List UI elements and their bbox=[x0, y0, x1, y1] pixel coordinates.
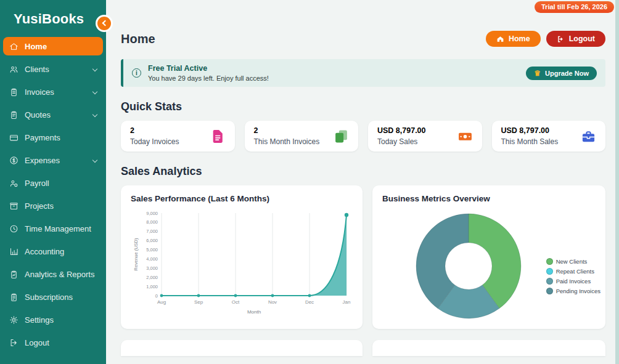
banner-subtitle: You have 29 days left. Enjoy full access… bbox=[148, 75, 269, 82]
banner-title: Free Trial Active bbox=[148, 64, 269, 73]
invoices-icon bbox=[9, 87, 18, 97]
home-button[interactable]: Home bbox=[486, 31, 541, 47]
next-section-cards bbox=[121, 340, 605, 356]
stat-label: Today Invoices bbox=[130, 137, 179, 146]
sidebar-item-expenses[interactable]: Expenses bbox=[3, 151, 103, 169]
invoice-file-icon bbox=[210, 129, 226, 144]
legend-label: Paid Invoices bbox=[556, 278, 591, 285]
area-chart-title: Sales Performance (Last 6 Months) bbox=[131, 194, 353, 203]
legend-item-pending-invoices: Pending Invoices bbox=[546, 288, 601, 294]
stat-card-today-invoices[interactable]: 2 Today Invoices bbox=[121, 121, 235, 152]
svg-text:8,000: 8,000 bbox=[146, 219, 158, 225]
sidebar-item-settings[interactable]: Settings bbox=[3, 310, 103, 329]
logout-button[interactable]: Logout bbox=[546, 31, 605, 47]
svg-text:5,000: 5,000 bbox=[146, 247, 158, 253]
sidebar-nav: Home Clients Invoices Quotes Payments Ex… bbox=[0, 34, 106, 352]
sidebar-item-label: Clients bbox=[25, 65, 49, 74]
stat-card-today-sales[interactable]: USD 8,797.00 Today Sales bbox=[368, 121, 482, 152]
sidebar-item-home[interactable]: Home bbox=[3, 37, 103, 55]
stat-value: 2 bbox=[254, 126, 320, 135]
sales-performance-card: Sales Performance (Last 6 Months) 01,000… bbox=[121, 185, 363, 329]
svg-text:Sep: Sep bbox=[194, 299, 203, 305]
legend-item-repeat-clients: Repeat Clients bbox=[546, 268, 601, 275]
sidebar-item-accounting[interactable]: Accounting bbox=[3, 242, 103, 261]
page-title: Home bbox=[121, 32, 155, 46]
sidebar-item-label: Payments bbox=[25, 133, 60, 142]
stat-label: Today Sales bbox=[377, 137, 426, 146]
logout-icon bbox=[9, 338, 18, 347]
sidebar-item-label: Invoices bbox=[25, 87, 54, 97]
stat-value: USD 8,797.00 bbox=[501, 126, 559, 135]
svg-text:Jan: Jan bbox=[343, 299, 351, 305]
logout-button-label: Logout bbox=[569, 34, 595, 43]
sidebar-item-analytics-reports[interactable]: Analytics & Reports bbox=[3, 265, 103, 283]
settings-icon bbox=[9, 315, 18, 325]
svg-text:4,000: 4,000 bbox=[146, 256, 158, 262]
svg-text:9,000: 9,000 bbox=[146, 211, 158, 216]
subscriptions-icon bbox=[9, 293, 18, 302]
stat-card-month-sales[interactable]: USD 8,797.00 This Month Sales bbox=[492, 121, 606, 152]
vertical-scrollbar[interactable] bbox=[615, 0, 619, 364]
legend-item-paid-invoices: Paid Invoices bbox=[546, 278, 601, 285]
svg-text:2,000: 2,000 bbox=[146, 275, 158, 280]
card-stub bbox=[121, 340, 363, 356]
sidebar-item-payroll[interactable]: Payroll bbox=[3, 174, 103, 192]
sidebar-item-label: Analytics & Reports bbox=[25, 270, 94, 279]
legend-swatch bbox=[546, 278, 553, 285]
free-trial-banner: i Free Trial Active You have 29 days lef… bbox=[121, 59, 605, 87]
accounting-icon bbox=[9, 247, 18, 256]
chevron-down-icon bbox=[92, 112, 97, 117]
clients-icon bbox=[9, 65, 18, 74]
sidebar-item-subscriptions[interactable]: Subscriptions bbox=[3, 288, 103, 306]
chevron-left-icon bbox=[102, 20, 109, 26]
sidebar-item-quotes[interactable]: Quotes bbox=[3, 105, 103, 124]
sidebar-item-logout[interactable]: Logout bbox=[3, 333, 103, 352]
quick-stats-row: 2 Today Invoices 2 This Month Invoices U… bbox=[121, 121, 605, 152]
payroll-icon bbox=[9, 179, 18, 188]
page-header: Home Home Logout bbox=[121, 0, 605, 47]
stat-value: USD 8,797.00 bbox=[377, 126, 426, 135]
logout-arrow-icon bbox=[557, 35, 565, 43]
svg-text:3,000: 3,000 bbox=[146, 265, 158, 271]
donut-chart-title: Business Metrics Overview bbox=[382, 194, 596, 203]
house-icon bbox=[496, 35, 504, 43]
legend-swatch bbox=[546, 258, 553, 265]
sidebar-item-label: Accounting bbox=[25, 247, 64, 256]
crown-icon: ♛ bbox=[534, 70, 541, 77]
banknote-icon bbox=[457, 129, 473, 144]
sidebar-item-clients[interactable]: Clients bbox=[3, 60, 103, 78]
legend-label: New Clients bbox=[556, 258, 588, 265]
quotes-icon bbox=[9, 110, 18, 119]
legend-label: Pending Invoices bbox=[556, 288, 601, 294]
sidebar-item-payments[interactable]: Payments bbox=[3, 128, 103, 147]
stat-label: This Month Invoices bbox=[254, 137, 320, 146]
sidebar-item-time-management[interactable]: Time Management bbox=[3, 219, 103, 238]
sidebar-item-label: Projects bbox=[25, 201, 54, 211]
legend-swatch bbox=[546, 288, 553, 294]
app-logo: YusiBooks bbox=[0, 0, 106, 34]
sidebar-item-label: Expenses bbox=[25, 156, 60, 165]
chevron-down-icon bbox=[92, 158, 97, 163]
sidebar-item-projects[interactable]: Projects bbox=[3, 196, 103, 215]
sidebar-collapse-button[interactable] bbox=[96, 15, 113, 32]
briefcase-icon bbox=[581, 129, 596, 144]
sidebar-item-label: Settings bbox=[25, 315, 54, 325]
donut-legend: New Clients Repeat Clients Paid Invoices… bbox=[546, 258, 601, 294]
time-icon bbox=[9, 224, 18, 233]
stat-card-month-invoices[interactable]: 2 This Month Invoices bbox=[245, 121, 359, 152]
sidebar: YusiBooks Home Clients Invoices Quotes P… bbox=[0, 0, 106, 364]
copy-pages-icon bbox=[334, 129, 349, 144]
legend-swatch bbox=[546, 268, 553, 275]
stat-label: This Month Sales bbox=[501, 137, 559, 146]
info-icon: i bbox=[132, 68, 141, 78]
svg-text:Revenue (USD): Revenue (USD) bbox=[133, 238, 139, 270]
card-stub bbox=[372, 340, 605, 356]
sidebar-item-invoices[interactable]: Invoices bbox=[3, 83, 103, 101]
sales-analytics-heading: Sales Analytics bbox=[121, 165, 605, 178]
quick-stats-heading: Quick Stats bbox=[121, 100, 605, 113]
sidebar-item-label: Payroll bbox=[25, 179, 49, 188]
upgrade-now-button[interactable]: ♛ Upgrade Now bbox=[526, 67, 597, 80]
stat-value: 2 bbox=[130, 126, 179, 135]
area-chart[interactable]: 01,0002,0003,0004,0005,0006,0007,0008,00… bbox=[131, 207, 353, 319]
svg-text:Month: Month bbox=[247, 309, 261, 315]
